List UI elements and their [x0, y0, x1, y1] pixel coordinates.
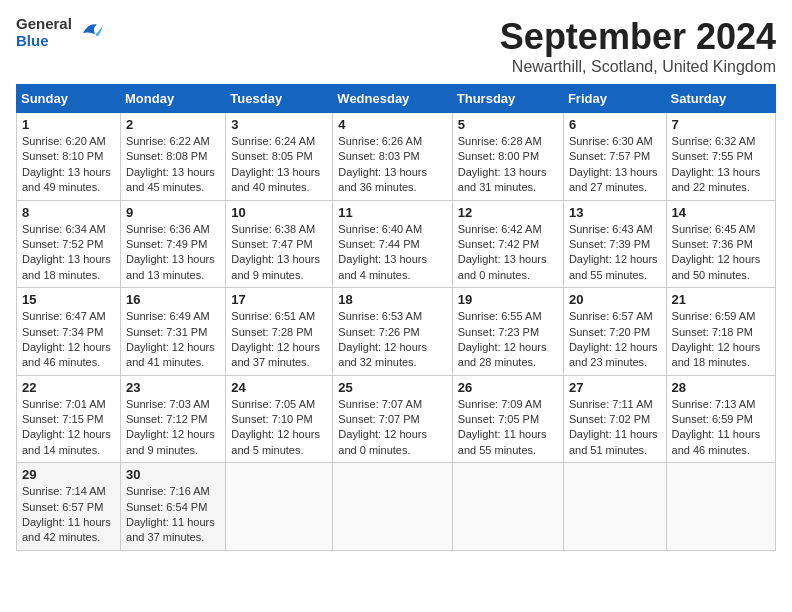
- day-info: Sunrise: 7:05 AMSunset: 7:10 PMDaylight:…: [231, 398, 320, 456]
- location: Newarthill, Scotland, United Kingdom: [500, 58, 776, 76]
- day-number: 28: [672, 380, 770, 395]
- day-info: Sunrise: 6:55 AMSunset: 7:23 PMDaylight:…: [458, 310, 547, 368]
- calendar-table: SundayMondayTuesdayWednesdayThursdayFrid…: [16, 84, 776, 551]
- calendar-cell: 4 Sunrise: 6:26 AMSunset: 8:03 PMDayligh…: [333, 113, 452, 201]
- day-info: Sunrise: 6:45 AMSunset: 7:36 PMDaylight:…: [672, 223, 761, 281]
- day-number: 18: [338, 292, 446, 307]
- weekday-header: Sunday: [17, 85, 121, 113]
- day-info: Sunrise: 6:20 AMSunset: 8:10 PMDaylight:…: [22, 135, 111, 193]
- day-number: 9: [126, 205, 220, 220]
- day-info: Sunrise: 6:24 AMSunset: 8:05 PMDaylight:…: [231, 135, 320, 193]
- day-number: 23: [126, 380, 220, 395]
- day-info: Sunrise: 6:47 AMSunset: 7:34 PMDaylight:…: [22, 310, 111, 368]
- calendar-cell: 8 Sunrise: 6:34 AMSunset: 7:52 PMDayligh…: [17, 200, 121, 288]
- calendar-cell: 10 Sunrise: 6:38 AMSunset: 7:47 PMDaylig…: [226, 200, 333, 288]
- weekday-header: Monday: [121, 85, 226, 113]
- weekday-header: Tuesday: [226, 85, 333, 113]
- day-info: Sunrise: 6:26 AMSunset: 8:03 PMDaylight:…: [338, 135, 427, 193]
- day-number: 30: [126, 467, 220, 482]
- day-number: 3: [231, 117, 327, 132]
- day-number: 16: [126, 292, 220, 307]
- calendar-header-row: SundayMondayTuesdayWednesdayThursdayFrid…: [17, 85, 776, 113]
- calendar-cell: 7 Sunrise: 6:32 AMSunset: 7:55 PMDayligh…: [666, 113, 775, 201]
- day-info: Sunrise: 6:53 AMSunset: 7:26 PMDaylight:…: [338, 310, 427, 368]
- day-info: Sunrise: 6:59 AMSunset: 7:18 PMDaylight:…: [672, 310, 761, 368]
- calendar-cell: 23 Sunrise: 7:03 AMSunset: 7:12 PMDaylig…: [121, 375, 226, 463]
- day-info: Sunrise: 7:09 AMSunset: 7:05 PMDaylight:…: [458, 398, 547, 456]
- day-info: Sunrise: 6:36 AMSunset: 7:49 PMDaylight:…: [126, 223, 215, 281]
- weekday-header: Thursday: [452, 85, 563, 113]
- week-row: 29 Sunrise: 7:14 AMSunset: 6:57 PMDaylig…: [17, 463, 776, 551]
- calendar-cell: [666, 463, 775, 551]
- calendar-cell: 9 Sunrise: 6:36 AMSunset: 7:49 PMDayligh…: [121, 200, 226, 288]
- day-number: 22: [22, 380, 115, 395]
- day-number: 2: [126, 117, 220, 132]
- calendar-cell: 16 Sunrise: 6:49 AMSunset: 7:31 PMDaylig…: [121, 288, 226, 376]
- calendar-cell: 24 Sunrise: 7:05 AMSunset: 7:10 PMDaylig…: [226, 375, 333, 463]
- day-number: 11: [338, 205, 446, 220]
- week-row: 22 Sunrise: 7:01 AMSunset: 7:15 PMDaylig…: [17, 375, 776, 463]
- day-number: 27: [569, 380, 661, 395]
- calendar-cell: 13 Sunrise: 6:43 AMSunset: 7:39 PMDaylig…: [563, 200, 666, 288]
- day-info: Sunrise: 6:28 AMSunset: 8:00 PMDaylight:…: [458, 135, 547, 193]
- day-number: 17: [231, 292, 327, 307]
- calendar-cell: 22 Sunrise: 7:01 AMSunset: 7:15 PMDaylig…: [17, 375, 121, 463]
- month-title: September 2024: [500, 16, 776, 58]
- day-number: 29: [22, 467, 115, 482]
- calendar-cell: 30 Sunrise: 7:16 AMSunset: 6:54 PMDaylig…: [121, 463, 226, 551]
- title-section: September 2024 Newarthill, Scotland, Uni…: [500, 16, 776, 76]
- day-number: 5: [458, 117, 558, 132]
- calendar-cell: 17 Sunrise: 6:51 AMSunset: 7:28 PMDaylig…: [226, 288, 333, 376]
- day-number: 8: [22, 205, 115, 220]
- weekday-header: Saturday: [666, 85, 775, 113]
- calendar-cell: 2 Sunrise: 6:22 AMSunset: 8:08 PMDayligh…: [121, 113, 226, 201]
- calendar-cell: 12 Sunrise: 6:42 AMSunset: 7:42 PMDaylig…: [452, 200, 563, 288]
- day-number: 19: [458, 292, 558, 307]
- logo-general: General: [16, 16, 72, 33]
- logo: General Blue: [16, 16, 104, 49]
- calendar-cell: 15 Sunrise: 6:47 AMSunset: 7:34 PMDaylig…: [17, 288, 121, 376]
- day-info: Sunrise: 6:30 AMSunset: 7:57 PMDaylight:…: [569, 135, 658, 193]
- calendar-cell: [333, 463, 452, 551]
- day-info: Sunrise: 7:13 AMSunset: 6:59 PMDaylight:…: [672, 398, 761, 456]
- calendar-cell: [452, 463, 563, 551]
- calendar-cell: 14 Sunrise: 6:45 AMSunset: 7:36 PMDaylig…: [666, 200, 775, 288]
- day-info: Sunrise: 6:51 AMSunset: 7:28 PMDaylight:…: [231, 310, 320, 368]
- calendar-cell: 25 Sunrise: 7:07 AMSunset: 7:07 PMDaylig…: [333, 375, 452, 463]
- calendar-cell: 28 Sunrise: 7:13 AMSunset: 6:59 PMDaylig…: [666, 375, 775, 463]
- weekday-header: Wednesday: [333, 85, 452, 113]
- day-info: Sunrise: 6:43 AMSunset: 7:39 PMDaylight:…: [569, 223, 658, 281]
- day-info: Sunrise: 6:32 AMSunset: 7:55 PMDaylight:…: [672, 135, 761, 193]
- calendar-cell: 5 Sunrise: 6:28 AMSunset: 8:00 PMDayligh…: [452, 113, 563, 201]
- calendar-cell: 18 Sunrise: 6:53 AMSunset: 7:26 PMDaylig…: [333, 288, 452, 376]
- calendar-cell: 27 Sunrise: 7:11 AMSunset: 7:02 PMDaylig…: [563, 375, 666, 463]
- day-number: 6: [569, 117, 661, 132]
- day-info: Sunrise: 7:14 AMSunset: 6:57 PMDaylight:…: [22, 485, 111, 543]
- calendar-cell: 21 Sunrise: 6:59 AMSunset: 7:18 PMDaylig…: [666, 288, 775, 376]
- week-row: 1 Sunrise: 6:20 AMSunset: 8:10 PMDayligh…: [17, 113, 776, 201]
- calendar-cell: 29 Sunrise: 7:14 AMSunset: 6:57 PMDaylig…: [17, 463, 121, 551]
- day-info: Sunrise: 6:42 AMSunset: 7:42 PMDaylight:…: [458, 223, 547, 281]
- day-info: Sunrise: 6:40 AMSunset: 7:44 PMDaylight:…: [338, 223, 427, 281]
- day-number: 12: [458, 205, 558, 220]
- calendar-cell: 11 Sunrise: 6:40 AMSunset: 7:44 PMDaylig…: [333, 200, 452, 288]
- day-number: 15: [22, 292, 115, 307]
- weekday-header: Friday: [563, 85, 666, 113]
- day-info: Sunrise: 7:16 AMSunset: 6:54 PMDaylight:…: [126, 485, 215, 543]
- calendar-cell: 3 Sunrise: 6:24 AMSunset: 8:05 PMDayligh…: [226, 113, 333, 201]
- day-info: Sunrise: 6:57 AMSunset: 7:20 PMDaylight:…: [569, 310, 658, 368]
- day-number: 21: [672, 292, 770, 307]
- day-number: 10: [231, 205, 327, 220]
- day-info: Sunrise: 6:49 AMSunset: 7:31 PMDaylight:…: [126, 310, 215, 368]
- day-number: 13: [569, 205, 661, 220]
- logo-blue: Blue: [16, 33, 72, 50]
- calendar-body: 1 Sunrise: 6:20 AMSunset: 8:10 PMDayligh…: [17, 113, 776, 551]
- day-info: Sunrise: 6:22 AMSunset: 8:08 PMDaylight:…: [126, 135, 215, 193]
- calendar-cell: [563, 463, 666, 551]
- day-number: 1: [22, 117, 115, 132]
- day-number: 14: [672, 205, 770, 220]
- calendar-cell: 19 Sunrise: 6:55 AMSunset: 7:23 PMDaylig…: [452, 288, 563, 376]
- week-row: 15 Sunrise: 6:47 AMSunset: 7:34 PMDaylig…: [17, 288, 776, 376]
- day-number: 20: [569, 292, 661, 307]
- calendar-cell: 6 Sunrise: 6:30 AMSunset: 7:57 PMDayligh…: [563, 113, 666, 201]
